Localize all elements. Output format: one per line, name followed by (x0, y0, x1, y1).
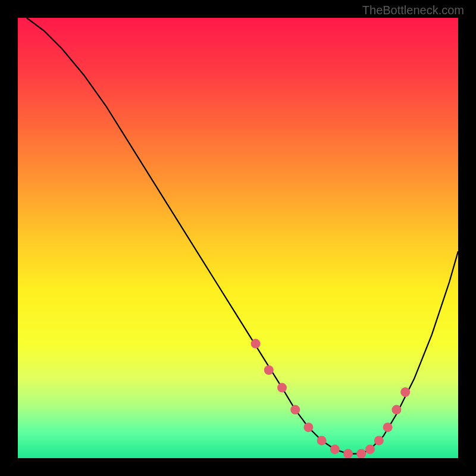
curve-marker (264, 365, 274, 375)
curve-marker (392, 405, 401, 415)
curve-marker (277, 383, 287, 393)
curve-marker (290, 405, 300, 415)
curve-marker (356, 449, 366, 458)
curve-marker (303, 422, 313, 432)
curve-marker (317, 436, 327, 445)
watermark-text: TheBottleneck.com (362, 4, 464, 17)
curve-marker (330, 444, 340, 454)
curve-marker (251, 339, 261, 349)
curve-marker (383, 422, 393, 432)
curve-marker (365, 444, 375, 454)
bottleneck-curve (27, 18, 458, 454)
chart-svg (18, 18, 458, 458)
curve-marker (374, 436, 384, 445)
curve-marker (343, 449, 353, 458)
curve-markers (251, 339, 411, 458)
chart-plot-area (18, 18, 458, 458)
curve-marker (400, 387, 410, 397)
